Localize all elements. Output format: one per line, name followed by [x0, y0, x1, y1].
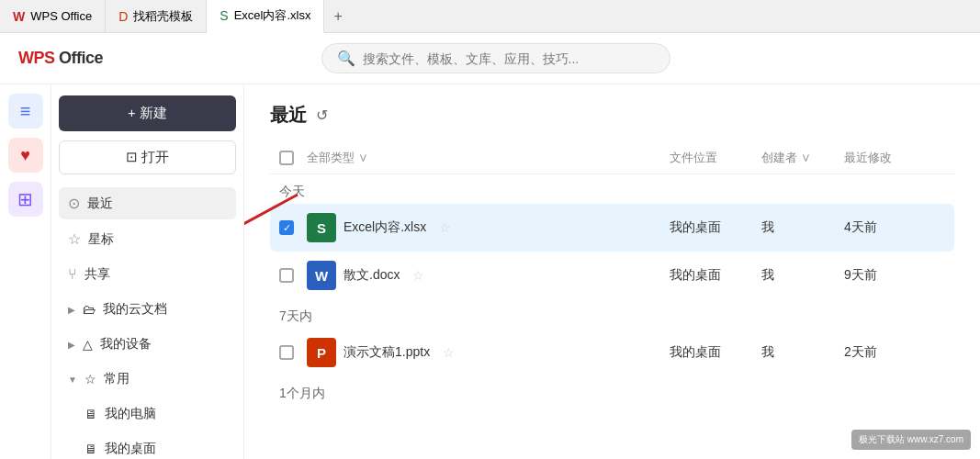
search-icon: 🔍	[337, 50, 355, 67]
tab-wps-label: WPS Office	[30, 9, 92, 23]
ppt-file-icon: P	[307, 338, 336, 367]
tab-excel[interactable]: S Excel内容.xlsx	[207, 0, 324, 33]
nav-section-common-label: 常用	[104, 371, 130, 387]
cloud-arrow-icon: ▶	[68, 305, 75, 315]
search-bar[interactable]: 🔍	[321, 43, 670, 73]
table-header: 全部类型 ∨ 文件位置 创建者 ∨ 最近修改	[270, 142, 954, 174]
creator-label: 创建者 ∨	[761, 150, 811, 166]
excel-modified-text: 4天前	[844, 219, 877, 234]
nav-section-cloud-label: 我的云文档	[103, 301, 167, 318]
device-icon: △	[83, 337, 93, 352]
word-file-icon: W	[307, 261, 336, 290]
template-tab-icon: D	[118, 9, 128, 24]
word-creator-text: 我	[761, 267, 774, 284]
watermark: 极光下载站 www.xz7.com	[851, 430, 971, 450]
word-star-icon[interactable]: ☆	[412, 268, 424, 283]
file-row-ppt[interactable]: P 演示文稿1.pptx ☆ 我的桌面 我 2天前	[270, 329, 954, 376]
word-modified-text: 9天前	[844, 267, 877, 282]
all-types-label: 全部类型 ∨	[307, 150, 368, 166]
nav-section-device-label: 我的设备	[100, 336, 152, 353]
word-location-text: 我的桌面	[670, 267, 721, 282]
doc-icon-button[interactable]: ≡	[8, 94, 43, 129]
nav-item-star[interactable]: ☆ 星标	[59, 223, 236, 255]
open-button[interactable]: ⊡ 打开	[59, 140, 236, 174]
nav-item-share-label: 共享	[84, 266, 110, 283]
header-file-location: 文件位置	[670, 150, 761, 166]
nav-section-device[interactable]: ▶ △ 我的设备	[59, 329, 236, 360]
excel-creator: 我	[761, 219, 844, 236]
nav-sidebar: + 新建 ⊡ 打开 ⊙ 最近 ☆ 星标 ⑂ 共享 ▶ 🗁 我的云文档 ▶ △ 我…	[51, 84, 244, 459]
common-arrow-icon: ▼	[68, 375, 77, 385]
share-icon: ⑂	[68, 266, 77, 283]
nav-section-cloud[interactable]: ▶ 🗁 我的云文档	[59, 294, 236, 325]
word-checkbox-col[interactable]	[279, 268, 307, 283]
excel-creator-text: 我	[761, 219, 774, 236]
ppt-modified-text: 2天前	[844, 344, 877, 359]
ppt-star-icon[interactable]: ☆	[443, 345, 455, 360]
nav-sub-mypc[interactable]: 🖥 我的电脑	[59, 398, 236, 430]
wps-tab-icon: W	[13, 9, 25, 24]
tab-template-label: 找稻壳模板	[133, 8, 193, 25]
new-tab-button[interactable]: +	[324, 8, 351, 25]
group-label-today: 今天	[270, 174, 954, 204]
nav-sub-desktop-label: 我的桌面	[105, 441, 156, 457]
excel-modified: 4天前	[844, 219, 945, 236]
search-input[interactable]	[363, 51, 655, 66]
word-modified: 9天前	[844, 267, 945, 284]
excel-checkbox[interactable]: ✓	[279, 220, 294, 235]
icon-sidebar: ≡ ♥ ⊞	[0, 84, 51, 459]
nav-section-common[interactable]: ▼ ☆ 常用	[59, 364, 236, 395]
tab-template[interactable]: D 找稻壳模板	[106, 0, 207, 33]
tab-wps[interactable]: W WPS Office	[0, 0, 106, 33]
ppt-location-text: 我的桌面	[670, 344, 721, 359]
app-logo: WPS Office	[18, 49, 103, 68]
cloud-folder-icon: 🗁	[83, 302, 96, 317]
header-creator[interactable]: 创建者 ∨	[761, 150, 844, 166]
excel-star-icon[interactable]: ☆	[439, 220, 451, 235]
last-modified-label: 最近修改	[844, 151, 892, 164]
tab-excel-label: Excel内容.xlsx	[234, 7, 311, 24]
refresh-icon[interactable]: ↺	[316, 106, 328, 124]
group-label-7days: 7天内	[270, 299, 954, 329]
logo-office: Office	[55, 49, 104, 67]
nav-item-recent[interactable]: ⊙ 最近	[59, 187, 236, 219]
ppt-creator: 我	[761, 344, 844, 361]
header-checkbox[interactable]	[279, 151, 307, 165]
file-row-excel[interactable]: ✓ S Excel内容.xlsx ☆ 我的桌面 我 4天前	[270, 204, 954, 252]
group-label-1month: 1个月内	[270, 376, 954, 406]
device-arrow-icon: ▶	[68, 340, 75, 350]
excel-location-text: 我的桌面	[670, 219, 721, 234]
word-file-name: 散文.docx	[344, 267, 400, 284]
section-title: 最近	[270, 103, 307, 128]
word-location: 我的桌面	[670, 267, 761, 284]
file-row-word[interactable]: W 散文.docx ☆ 我的桌面 我 9天前	[270, 252, 954, 299]
header-last-modified: 最近修改	[844, 150, 945, 166]
app-header: WPS Office 🔍	[0, 33, 980, 84]
star-icon: ☆	[68, 230, 81, 248]
red-icon-button[interactable]: ♥	[8, 138, 43, 173]
app-body: ≡ ♥ ⊞ + 新建 ⊡ 打开 ⊙ 最近 ☆ 星标 ⑂ 共享 ▶ 🗁 我的云文档…	[0, 84, 980, 459]
nav-item-star-label: 星标	[88, 231, 114, 248]
ppt-creator-text: 我	[761, 344, 774, 361]
purple-icon-button[interactable]: ⊞	[8, 182, 43, 217]
excel-checkbox-col[interactable]: ✓	[279, 220, 307, 235]
ppt-file-name-col: 演示文稿1.pptx ☆	[344, 344, 670, 361]
ppt-checkbox[interactable]	[279, 345, 294, 360]
word-creator: 我	[761, 267, 844, 284]
word-checkbox[interactable]	[279, 268, 294, 283]
nav-item-share[interactable]: ⑂ 共享	[59, 259, 236, 290]
ppt-file-name: 演示文稿1.pptx	[344, 344, 430, 361]
all-select-checkbox[interactable]	[279, 151, 294, 165]
word-file-name-col: 散文.docx ☆	[344, 267, 670, 284]
nav-sub-desktop[interactable]: 🖥 我的桌面	[59, 433, 236, 459]
excel-file-name-col: Excel内容.xlsx ☆	[344, 219, 670, 236]
new-button[interactable]: + 新建	[59, 95, 236, 131]
excel-tab-icon: S	[220, 8, 228, 23]
excel-location: 我的桌面	[670, 219, 761, 236]
recent-icon: ⊙	[68, 195, 80, 212]
header-all-types[interactable]: 全部类型 ∨	[307, 150, 670, 166]
ppt-checkbox-col[interactable]	[279, 345, 307, 360]
excel-file-icon: S	[307, 213, 336, 242]
nav-sub-mypc-label: 我的电脑	[105, 406, 156, 422]
ppt-location: 我的桌面	[670, 344, 761, 361]
